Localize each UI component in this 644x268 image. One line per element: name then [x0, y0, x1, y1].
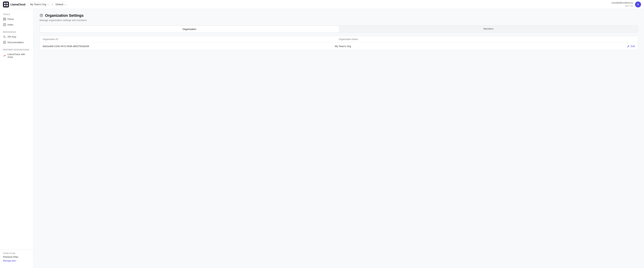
svg-rect-3 — [6, 2, 8, 4]
svg-rect-7 — [3, 19, 4, 20]
avatar[interactable]: S — [635, 1, 641, 7]
partner-section-label: PARTNER INTEGRATIONS — [0, 47, 33, 51]
table-row: 6dd1ed09-2100-4472-9438-d8537502be58 My … — [40, 43, 638, 50]
tab-organization[interactable]: Organization — [40, 26, 339, 32]
edit-cell: Edit — [627, 45, 635, 48]
sidebar-item-index-label: Index — [8, 23, 14, 26]
svg-rect-1 — [4, 2, 6, 4]
org-id-value: 6dd1ed09-2100-4472-9438-d8537502be58 — [43, 45, 335, 48]
breadcrumb: My Team's Org / Default — [28, 2, 68, 7]
col-org-id: Organization ID — [43, 38, 339, 40]
plan-label: YOUR PLAN — [3, 252, 30, 255]
sidebar-item-index[interactable]: Index — [0, 22, 33, 27]
tabs-container: Organization Members — [40, 25, 638, 33]
gear-icon — [40, 13, 43, 18]
apikey-icon — [3, 35, 6, 38]
org-selector[interactable]: My Team's Org — [28, 2, 51, 7]
table-header: Organization ID Organization Name — [40, 36, 638, 43]
sidebar-item-parse-label: Parse — [8, 18, 14, 20]
parse-icon — [3, 17, 6, 20]
resources-section-label: RESOURCES — [0, 29, 33, 34]
svg-rect-6 — [5, 18, 6, 19]
sidebar-item-documentation-label: Documentation — [8, 41, 24, 44]
col-org-name: Organization Name — [339, 38, 635, 40]
layout: TOOLS Parse Index RESOURCES API Key Docu — [0, 9, 644, 268]
svg-rect-8 — [5, 19, 6, 20]
llamatrace-icon — [3, 54, 6, 57]
svg-rect-2 — [4, 5, 6, 6]
sidebar-item-apikey[interactable]: API Key — [0, 34, 33, 39]
svg-rect-5 — [3, 18, 4, 19]
logo: LlamaCloud — [3, 1, 25, 7]
sidebar-footer: YOUR PLAN Premium Plan Manage plan — [0, 249, 33, 265]
main-content: Organization Settings Manage organizatio… — [34, 9, 644, 268]
manage-plan-link[interactable]: Manage plan — [3, 260, 16, 262]
user-info: sourabh@runllama.ai Sign Out — [612, 1, 633, 7]
sign-out-label[interactable]: Sign Out — [612, 4, 633, 7]
svg-rect-4 — [6, 5, 8, 6]
sidebar-item-llamatrace-label: LlamaTrace with Arize — [8, 53, 30, 58]
svg-line-14 — [5, 37, 6, 38]
user-email: sourabh@runllama.ai — [612, 1, 633, 4]
page-title: Organization Settings — [45, 13, 84, 18]
table-container: Organization ID Organization Name 6dd1ed… — [40, 36, 638, 50]
page-header: Organization Settings — [40, 13, 638, 18]
edit-icon — [627, 45, 630, 48]
svg-rect-0 — [3, 1, 9, 7]
header: LlamaCloud My Team's Org / Default soura… — [0, 0, 644, 9]
index-icon — [3, 23, 6, 26]
tools-section-label: TOOLS — [0, 12, 33, 16]
tab-members[interactable]: Members — [339, 25, 638, 33]
page-subtitle: Manage organization settings and members… — [40, 19, 638, 21]
sidebar-item-parse[interactable]: Parse — [0, 16, 33, 22]
env-selector-label: Default — [56, 3, 63, 6]
org-name-value: My Team's Org — [335, 45, 627, 48]
header-right: sourabh@runllama.ai Sign Out S — [612, 1, 641, 7]
documentation-icon — [3, 41, 6, 44]
plan-name: Premium Plan — [3, 256, 30, 258]
org-selector-label: My Team's Org — [30, 3, 46, 6]
env-selector[interactable]: Default — [54, 2, 68, 7]
sidebar-item-documentation[interactable]: Documentation — [0, 39, 33, 45]
sidebar-item-apikey-label: API Key — [8, 35, 16, 38]
logo-text: LlamaCloud — [10, 3, 25, 6]
sidebar: TOOLS Parse Index RESOURCES API Key Docu — [0, 9, 34, 268]
breadcrumb-separator: / — [52, 3, 53, 6]
sidebar-item-llamatrace[interactable]: LlamaTrace with Arize — [0, 51, 33, 60]
edit-button[interactable]: Edit — [627, 45, 635, 48]
